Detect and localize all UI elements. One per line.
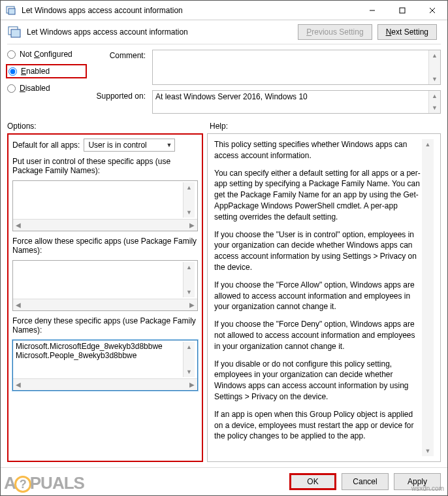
- hscrollbar[interactable]: ◀▶: [13, 299, 197, 310]
- window-title: Let Windows apps access account informat…: [22, 6, 357, 15]
- scrollbar[interactable]: ▲▼: [428, 50, 440, 84]
- select-value: User is in control: [88, 141, 146, 150]
- ok-button[interactable]: OK: [289, 473, 336, 490]
- user-control-label: Put user in control of these specific ap…: [12, 157, 198, 175]
- chevron-down-icon: ▼: [166, 142, 172, 148]
- scroll-up-icon: ▲: [184, 342, 195, 352]
- header-title: Let Windows apps access account informat…: [27, 27, 293, 37]
- scroll-up-icon: ▲: [429, 50, 440, 61]
- supported-textarea: At least Windows Server 2016, Windows 10…: [152, 90, 441, 114]
- force-deny-label: Force deny these specific apps (use Pack…: [12, 316, 198, 335]
- force-allow-listbox[interactable]: ▲▼ ◀▶: [12, 260, 198, 311]
- help-paragraph: If you choose the "Force Deny" option, W…: [214, 319, 422, 352]
- scrollbar[interactable]: ▲▼: [183, 342, 195, 377]
- next-setting-button[interactable]: Next Setting: [377, 24, 437, 40]
- force-deny-listbox[interactable]: Microsoft.MicrosoftEdge_8wekyb3d8bbwe Mi…: [12, 340, 198, 391]
- scrollbar[interactable]: ▲▼: [428, 91, 440, 113]
- previous-setting-button[interactable]: Previous Setting: [298, 24, 372, 40]
- comment-value: [153, 50, 428, 84]
- hscrollbar[interactable]: ◀▶: [13, 219, 197, 231]
- help-paragraph: If you choose the "User is in control" o…: [214, 229, 422, 273]
- default-for-all-label: Default for all apps:: [12, 141, 80, 150]
- main-split: Default for all apps: User is in control…: [1, 133, 447, 467]
- scroll-down-icon: ▼: [422, 446, 434, 456]
- scroll-left-icon: ◀: [16, 222, 21, 229]
- supported-label: Supported on:: [95, 90, 146, 101]
- comment-row: Comment: ▲▼: [95, 50, 441, 85]
- policy-icon: [7, 25, 22, 39]
- titlebar: Let Windows apps access account informat…: [1, 1, 447, 20]
- help-paragraph: You can specify either a default setting…: [214, 168, 422, 223]
- radio-not-configured[interactable]: Not Configured: [7, 50, 86, 59]
- user-control-value: [16, 182, 183, 218]
- scrollbar[interactable]: ▲▼: [183, 182, 195, 218]
- config-section: Not Configured Enabled Disabled Comment:…: [1, 44, 447, 114]
- default-row: Default for all apps: User is in control…: [12, 139, 198, 152]
- scroll-right-icon: ▶: [189, 381, 195, 388]
- force-allow-label: Force allow these specific apps (use Pac…: [12, 237, 198, 255]
- hscrollbar[interactable]: ◀▶: [13, 378, 197, 390]
- scroll-down-icon: ▼: [429, 74, 440, 84]
- window-controls: [357, 1, 447, 20]
- svg-rect-7: [11, 29, 20, 37]
- policy-icon: [6, 5, 16, 16]
- radio-not-configured-input[interactable]: [7, 50, 16, 59]
- radio-disabled[interactable]: Disabled: [7, 84, 86, 93]
- scroll-right-icon: ▶: [189, 301, 195, 308]
- scroll-down-icon: ▼: [184, 367, 195, 377]
- scroll-left-icon: ◀: [16, 301, 21, 308]
- help-paragraph: If an app is open when this Group Policy…: [214, 409, 422, 442]
- footer: OK Cancel Apply: [1, 467, 447, 495]
- scroll-right-icon: ▶: [189, 222, 195, 229]
- scroll-down-icon: ▼: [429, 103, 440, 113]
- close-button[interactable]: [417, 1, 447, 20]
- help-label: Help:: [210, 122, 228, 131]
- scrollbar[interactable]: ▲▼: [422, 139, 434, 456]
- help-text: This policy setting specifies whether Wi…: [214, 139, 422, 456]
- scroll-down-icon: ▼: [184, 287, 195, 297]
- scroll-up-icon: ▲: [429, 91, 440, 101]
- dialog-window: Let Windows apps access account informat…: [0, 0, 448, 496]
- comment-column: Comment: ▲▼ Supported on: At least Windo…: [95, 50, 441, 114]
- help-paragraph: If you disable or do not configure this …: [214, 359, 422, 403]
- radio-disabled-input[interactable]: [7, 84, 16, 93]
- apply-button[interactable]: Apply: [394, 473, 441, 490]
- scroll-up-icon: ▲: [422, 139, 434, 150]
- help-paragraph: If you choose the "Force Allow" option, …: [214, 280, 422, 312]
- scrollbar[interactable]: ▲▼: [183, 262, 195, 297]
- radio-enabled-input[interactable]: [8, 67, 17, 76]
- scroll-left-icon: ◀: [16, 381, 21, 388]
- maximize-button[interactable]: [387, 1, 417, 20]
- help-paragraph: This policy setting specifies whether Wi…: [214, 139, 422, 161]
- radio-enabled[interactable]: Enabled: [6, 64, 87, 78]
- svg-rect-3: [400, 8, 405, 13]
- split-labels: Options: Help:: [1, 114, 447, 133]
- supported-row: Supported on: At least Windows Server 20…: [95, 90, 441, 114]
- scroll-up-icon: ▲: [184, 262, 195, 273]
- scroll-down-icon: ▼: [184, 207, 195, 218]
- comment-label: Comment:: [95, 50, 146, 60]
- supported-value: At least Windows Server 2016, Windows 10: [153, 91, 428, 113]
- header: Let Windows apps access account informat…: [1, 20, 447, 44]
- nav-buttons: Previous Setting Next Setting: [298, 24, 437, 40]
- minimize-button[interactable]: [357, 1, 387, 20]
- cancel-button[interactable]: Cancel: [342, 473, 389, 490]
- default-for-all-select[interactable]: User is in control ▼: [84, 139, 175, 152]
- comment-textarea[interactable]: ▲▼: [152, 50, 441, 85]
- help-pane: This policy setting specifies whether Wi…: [207, 133, 441, 462]
- user-control-listbox[interactable]: ▲▼ ◀▶: [12, 180, 198, 231]
- force-allow-value: [16, 262, 183, 297]
- options-label: Options:: [7, 122, 210, 131]
- scroll-up-icon: ▲: [184, 182, 195, 193]
- state-radio-group: Not Configured Enabled Disabled: [7, 50, 86, 114]
- force-deny-value: Microsoft.MicrosoftEdge_8wekyb3d8bbwe Mi…: [16, 342, 183, 377]
- options-pane: Default for all apps: User is in control…: [7, 133, 203, 462]
- svg-rect-1: [8, 8, 15, 14]
